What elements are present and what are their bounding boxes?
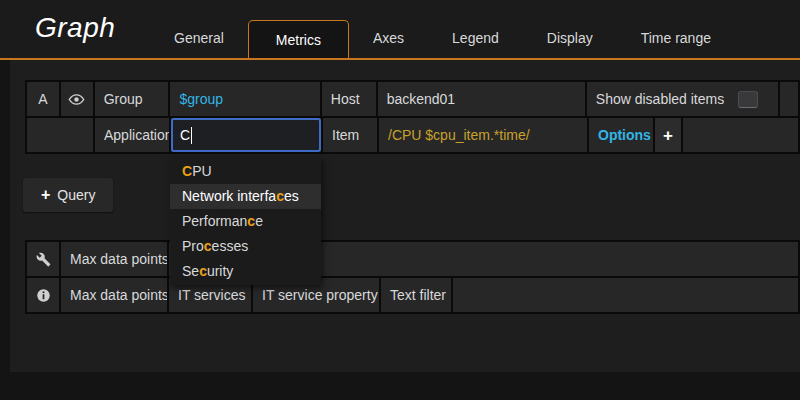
application-label: Application xyxy=(95,118,169,152)
row-filler xyxy=(683,118,798,152)
group-label: Group xyxy=(95,82,169,116)
application-autocomplete-dropdown: CPU Network interfaces Performance Proce… xyxy=(170,157,321,285)
query-ref-id[interactable]: A xyxy=(27,82,59,116)
max-data-points-label: Max data points xyxy=(61,242,167,276)
options-row-2: Max data points IT services IT service p… xyxy=(27,278,798,312)
add-query-label: Query xyxy=(57,187,95,203)
dropdown-item-performance[interactable]: Performance xyxy=(170,209,321,234)
host-label: Host xyxy=(322,82,376,116)
add-query-button[interactable]: + Query xyxy=(23,178,113,212)
application-input-value: C xyxy=(180,127,190,143)
wrench-icon xyxy=(27,242,59,276)
plus-icon: + xyxy=(663,127,673,144)
row-filler xyxy=(453,278,798,312)
show-disabled-items-checkbox[interactable] xyxy=(738,91,758,108)
query-row-application: Application C Item /CPU $cpu_item.*time/… xyxy=(27,118,798,152)
plus-icon: + xyxy=(41,187,50,203)
dropdown-item-network-interfaces[interactable]: Network interfaces xyxy=(170,184,321,209)
options-button[interactable]: Options xyxy=(598,127,651,143)
options-row-1: Max data points xyxy=(27,242,798,276)
show-disabled-items-cell: Show disabled items xyxy=(587,82,778,116)
show-disabled-items-label: Show disabled items xyxy=(596,91,724,107)
toggle-visibility-button[interactable] xyxy=(61,82,93,116)
tab-metrics[interactable]: Metrics xyxy=(248,20,349,58)
add-metric-button[interactable]: + xyxy=(655,118,681,152)
max-data-points-label: Max data points xyxy=(61,278,167,312)
dropdown-item-security[interactable]: Security xyxy=(170,259,321,284)
tab-axes[interactable]: Axes xyxy=(349,18,428,58)
application-input[interactable]: C xyxy=(171,118,321,152)
application-input-cell: C xyxy=(171,118,321,152)
item-regex-segment[interactable]: /CPU $cpu_item.*time/ xyxy=(388,127,530,143)
tab-display[interactable]: Display xyxy=(523,18,617,58)
info-icon xyxy=(27,278,59,312)
query-editor-table: A Group $group Host backend01 Show disab… xyxy=(25,80,800,154)
group-value-segment[interactable]: $group xyxy=(170,91,232,107)
text-filter-label: Text filter xyxy=(381,278,451,312)
host-value-segment[interactable]: backend01 xyxy=(378,82,585,116)
options-table: Max data points Max data points IT servi… xyxy=(25,240,800,314)
panel-editor-header: Graph General Metrics Axes Legend Displa… xyxy=(0,0,800,58)
dropdown-item-processes[interactable]: Processes xyxy=(170,234,321,259)
row-filler xyxy=(780,82,798,116)
query-row-target: A Group $group Host backend01 Show disab… xyxy=(27,82,798,116)
tab-time-range[interactable]: Time range xyxy=(617,18,735,58)
page-title: Graph xyxy=(35,12,115,44)
text-caret xyxy=(191,127,192,144)
tab-legend[interactable]: Legend xyxy=(428,18,523,58)
empty-cell xyxy=(27,118,93,152)
metrics-editor-panel: A Group $group Host backend01 Show disab… xyxy=(10,60,800,372)
editor-tabs: General Metrics Axes Legend Display Time… xyxy=(150,18,735,58)
dropdown-item-cpu[interactable]: CPU xyxy=(170,159,321,184)
tab-general[interactable]: General xyxy=(150,18,248,58)
eye-icon xyxy=(68,91,85,108)
item-label: Item xyxy=(323,118,377,152)
